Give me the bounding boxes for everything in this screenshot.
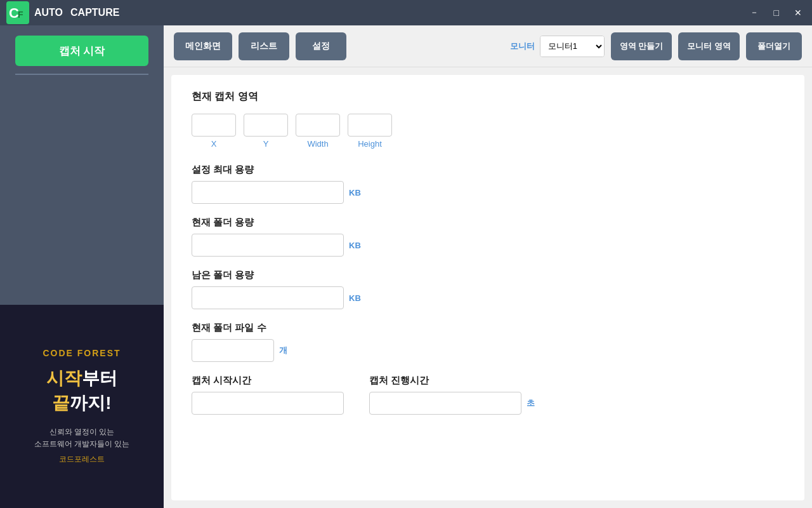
ad-highlight1: 시작 [46, 368, 82, 388]
height-field-group: Height [348, 114, 392, 149]
app-title-capture: CAPTURE [70, 7, 119, 18]
height-label: Height [358, 139, 382, 149]
toolbar: 메인화면 리스트 설정 모니터 모니터1 영역 만들기 모니터 영역 폴더열기 [164, 25, 812, 67]
current-folder-title: 현재 폴더 용량 [192, 217, 784, 229]
open-folder-button[interactable]: 폴더열기 [746, 32, 802, 60]
y-input[interactable] [244, 114, 288, 137]
monitor-select[interactable]: 모니터1 [540, 36, 604, 57]
max-capacity-title: 설정 최대 용량 [192, 164, 784, 176]
current-folder-row: KB [192, 234, 784, 257]
capture-start-time-title: 캡처 시작시간 [192, 375, 344, 387]
file-count-section: 현재 폴더 파일 수 개 [192, 322, 784, 362]
capture-elapsed-row: 초 [369, 392, 535, 415]
capture-region-title: 현재 캡처 영역 [192, 90, 784, 104]
capture-region-row: X Y Width Height [192, 114, 784, 149]
max-capacity-unit: KB [349, 188, 361, 197]
capture-region-section: 현재 캡처 영역 X Y Width Height [192, 90, 784, 149]
max-capacity-input[interactable] [192, 181, 344, 204]
monitor-label: 모니터 [510, 41, 535, 52]
remaining-folder-unit: KB [349, 293, 361, 303]
ad-highlight2: 끝 [52, 393, 70, 413]
app-title-auto: AUTO [34, 7, 63, 18]
capture-elapsed-unit: 초 [527, 398, 535, 409]
remaining-folder-section: 남은 폴더 용량 KB [192, 269, 784, 309]
region-create-button[interactable]: 영역 만들기 [611, 32, 672, 60]
file-count-row: 개 [192, 339, 784, 362]
ad-main-text: 시작부터끝까지! [46, 366, 117, 415]
capture-start-button[interactable]: 캡처 시작 [15, 36, 148, 66]
settings-button[interactable]: 설정 [296, 32, 346, 60]
remaining-folder-title: 남은 폴더 용량 [192, 269, 784, 281]
width-input[interactable] [296, 114, 340, 137]
minimize-button[interactable]: － [746, 6, 763, 20]
app-logo-icon: C F [6, 1, 29, 24]
maximize-button[interactable]: □ [770, 6, 783, 19]
capture-start-time-row [192, 392, 344, 415]
current-folder-unit: KB [349, 241, 361, 250]
max-capacity-section: 설정 최대 용량 KB [192, 164, 784, 204]
svg-text:F: F [18, 10, 23, 20]
capture-start-time-input[interactable] [192, 392, 344, 415]
width-field-group: Width [296, 114, 340, 149]
capture-elapsed-input[interactable] [369, 392, 521, 415]
ad-sub-line2: 소프트웨어 개발자들이 있는 [34, 439, 130, 448]
current-folder-section: 현재 폴더 용량 KB [192, 217, 784, 257]
file-count-input[interactable] [192, 339, 274, 362]
sidebar: 캡처 시작 CODE FOREST 시작부터끝까지! 신뢰와 열정이 있는 소프… [0, 25, 164, 508]
ad-link[interactable]: 코드포레스트 [59, 454, 105, 465]
content-area: 현재 캡처 영역 X Y Width Height [171, 75, 804, 500]
file-count-title: 현재 폴더 파일 수 [192, 322, 784, 334]
ad-line2-rest: 까지! [70, 393, 111, 413]
ad-brand: CODE FOREST [43, 348, 121, 358]
titlebar-left: C F AUTO CAPTURE [6, 1, 119, 24]
main-content: 메인화면 리스트 설정 모니터 모니터1 영역 만들기 모니터 영역 폴더열기 … [164, 25, 812, 508]
current-folder-input[interactable] [192, 234, 344, 257]
max-capacity-row: KB [192, 181, 784, 204]
ad-line1-rest: 부터 [82, 368, 117, 388]
main-screen-button[interactable]: 메인화면 [174, 32, 232, 60]
file-count-unit: 개 [279, 345, 287, 356]
height-input[interactable] [348, 114, 392, 137]
y-label: Y [263, 139, 269, 149]
width-label: Width [307, 139, 328, 149]
y-field-group: Y [244, 114, 288, 149]
capture-elapsed-title: 캡처 진행시간 [369, 375, 535, 387]
titlebar: C F AUTO CAPTURE － □ ✕ [0, 0, 812, 25]
ad-banner: CODE FOREST 시작부터끝까지! 신뢰와 열정이 있는 소프트웨어 개발… [0, 305, 164, 508]
monitor-region-button[interactable]: 모니터 영역 [678, 32, 740, 60]
remaining-folder-input[interactable] [192, 286, 344, 309]
remaining-folder-row: KB [192, 286, 784, 309]
ad-sub-text: 신뢰와 열정이 있는 소프트웨어 개발자들이 있는 [34, 426, 130, 450]
capture-elapsed-group: 캡처 진행시간 초 [369, 375, 535, 415]
list-button[interactable]: 리스트 [239, 32, 289, 60]
x-field-group: X [192, 114, 236, 149]
monitor-select-wrapper: 모니터1 [540, 36, 605, 57]
sidebar-divider [15, 74, 148, 75]
titlebar-controls: － □ ✕ [746, 6, 806, 20]
time-section: 캡처 시작시간 캡처 진행시간 초 [192, 375, 784, 415]
capture-start-time-group: 캡처 시작시간 [192, 375, 344, 415]
x-input[interactable] [192, 114, 236, 137]
ad-sub-line1: 신뢰와 열정이 있는 [49, 427, 115, 436]
x-label: X [211, 139, 217, 149]
monitor-group: 모니터 모니터1 [510, 36, 605, 57]
close-button[interactable]: ✕ [790, 6, 806, 19]
